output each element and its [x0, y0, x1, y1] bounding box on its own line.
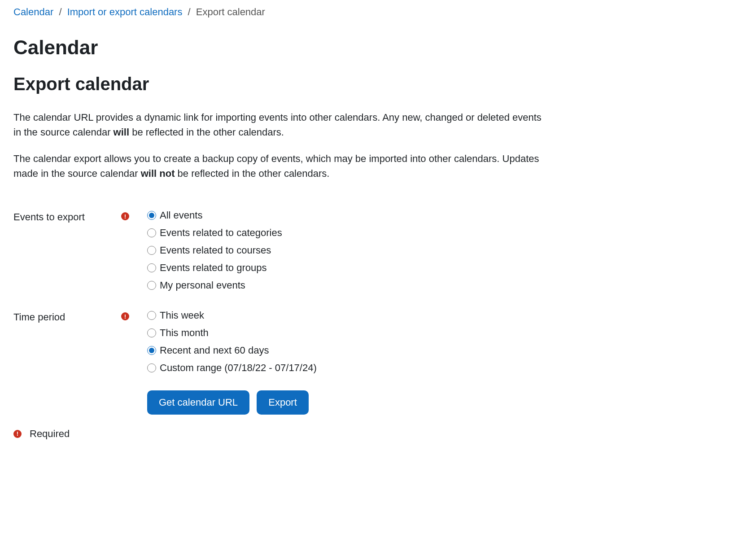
form-label-period: Time period !	[13, 308, 129, 324]
page-title: Calendar	[13, 33, 721, 62]
get-calendar-url-button[interactable]: Get calendar URL	[147, 390, 249, 415]
intro-text: be reflected in the other calendars.	[175, 168, 330, 179]
radio-period-60days[interactable]	[147, 346, 156, 355]
radio-period-week[interactable]	[147, 311, 156, 320]
radio-label[interactable]: Events related to categories	[160, 225, 282, 240]
intro-strong: will	[114, 127, 129, 138]
period-radio-group: This week This month Recent and next 60 …	[129, 308, 317, 378]
radio-label[interactable]: All events	[160, 208, 202, 223]
form-buttons: Get calendar URL Export	[13, 390, 721, 415]
required-legend: ! Required	[13, 426, 721, 441]
radio-events-all[interactable]	[147, 211, 156, 220]
intro-strong: will not	[141, 168, 175, 179]
sub-title: Export calendar	[13, 70, 721, 97]
radio-period-month[interactable]	[147, 328, 156, 337]
events-radio-group: All events Events related to categories …	[129, 208, 282, 295]
radio-label[interactable]: Custom range (07/18/22 - 07/17/24)	[160, 360, 317, 375]
breadcrumb-link-calendar[interactable]: Calendar	[13, 6, 53, 18]
radio-events-personal[interactable]	[147, 281, 156, 290]
radio-label[interactable]: Events related to groups	[160, 260, 267, 275]
intro-paragraph-2: The calendar export allows you to create…	[13, 151, 552, 181]
form-row-period: Time period ! This week This month Recen…	[13, 308, 721, 378]
breadcrumb: Calendar / Import or export calendars / …	[13, 4, 721, 19]
radio-label[interactable]: Events related to courses	[160, 243, 271, 258]
radio-label[interactable]: This week	[160, 308, 204, 323]
intro-paragraph-1: The calendar URL provides a dynamic link…	[13, 110, 552, 140]
breadcrumb-current: Export calendar	[196, 6, 265, 18]
required-icon: !	[121, 212, 129, 220]
breadcrumb-separator: /	[56, 6, 64, 18]
required-icon: !	[13, 430, 22, 438]
radio-events-groups[interactable]	[147, 263, 156, 272]
label-text: Events to export	[13, 210, 121, 224]
radio-period-custom[interactable]	[147, 363, 156, 372]
export-button[interactable]: Export	[257, 390, 309, 415]
radio-label[interactable]: This month	[160, 325, 209, 340]
form-label-events: Events to export !	[13, 208, 129, 224]
radio-events-categories[interactable]	[147, 228, 156, 237]
label-text: Time period	[13, 310, 121, 324]
radio-label[interactable]: Recent and next 60 days	[160, 343, 269, 358]
export-form: Events to export ! All events Events rel…	[13, 208, 721, 441]
radio-events-courses[interactable]	[147, 246, 156, 255]
required-icon: !	[121, 312, 129, 320]
intro-text: be reflected in the other calendars.	[129, 127, 284, 138]
breadcrumb-link-import-export[interactable]: Import or export calendars	[67, 6, 183, 18]
breadcrumb-separator: /	[185, 6, 193, 18]
radio-label[interactable]: My personal events	[160, 278, 245, 293]
form-row-events: Events to export ! All events Events rel…	[13, 208, 721, 295]
required-legend-text: Required	[30, 426, 70, 441]
